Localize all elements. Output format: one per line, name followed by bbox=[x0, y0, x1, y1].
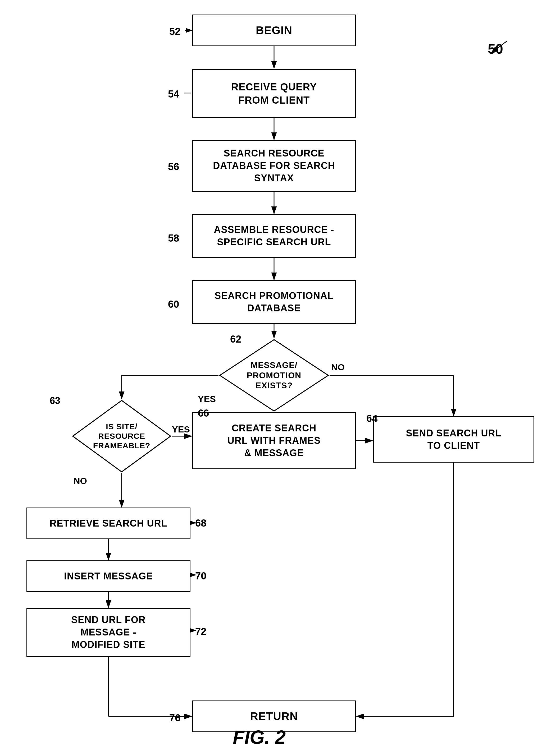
flowchart-diagram: BEGIN 52 RECEIVE QUERY FROM CLIENT 54 SE… bbox=[0, 0, 556, 756]
retrieve-search-url-box: RETRIEVE SEARCH URL bbox=[27, 507, 190, 539]
receive-query-box: RECEIVE QUERY FROM CLIENT bbox=[192, 69, 356, 118]
figure-number-50: 50 bbox=[488, 41, 503, 57]
label-76: 76 bbox=[169, 712, 180, 724]
label-63: 63 bbox=[50, 395, 60, 406]
insert-message-box: INSERT MESSAGE bbox=[27, 560, 190, 592]
search-resource-box: SEARCH RESOURCE DATABASE FOR SEARCH SYNT… bbox=[192, 140, 356, 192]
label-68: 68 bbox=[195, 518, 206, 529]
assemble-url-box: ASSEMBLE RESOURCE - SPECIFIC SEARCH URL bbox=[192, 214, 356, 258]
send-search-url-box: SEND SEARCH URL TO CLIENT bbox=[373, 416, 534, 463]
no-label-63: NO bbox=[73, 476, 87, 486]
label-70: 70 bbox=[195, 570, 206, 582]
figure-label: FIG. 2 bbox=[233, 726, 286, 748]
label-66: 66 bbox=[198, 408, 209, 419]
create-search-url-box: CREATE SEARCH URL WITH FRAMES & MESSAGE bbox=[192, 412, 356, 469]
diamond-site-frameable: IS SITE/RESOURCEFRAMEABLE? bbox=[71, 399, 172, 473]
label-60: 60 bbox=[168, 299, 179, 310]
label-72: 72 bbox=[195, 626, 206, 637]
search-promo-box: SEARCH PROMOTIONAL DATABASE bbox=[192, 280, 356, 324]
label-58: 58 bbox=[168, 233, 179, 244]
yes-label-63: YES bbox=[172, 424, 190, 434]
label-62: 62 bbox=[230, 334, 241, 345]
yes-label-62: YES bbox=[198, 394, 216, 404]
send-url-message-box: SEND URL FOR MESSAGE - MODIFIED SITE bbox=[27, 608, 190, 657]
begin-box: BEGIN bbox=[192, 14, 356, 46]
label-64: 64 bbox=[366, 413, 378, 424]
label-54: 54 bbox=[168, 88, 179, 100]
diamond-msg-promotion: MESSAGE/PROMOTIONEXISTS? bbox=[218, 338, 329, 412]
label-56: 56 bbox=[168, 161, 179, 173]
no-label-62: NO bbox=[331, 362, 345, 372]
label-52: 52 bbox=[169, 26, 180, 37]
